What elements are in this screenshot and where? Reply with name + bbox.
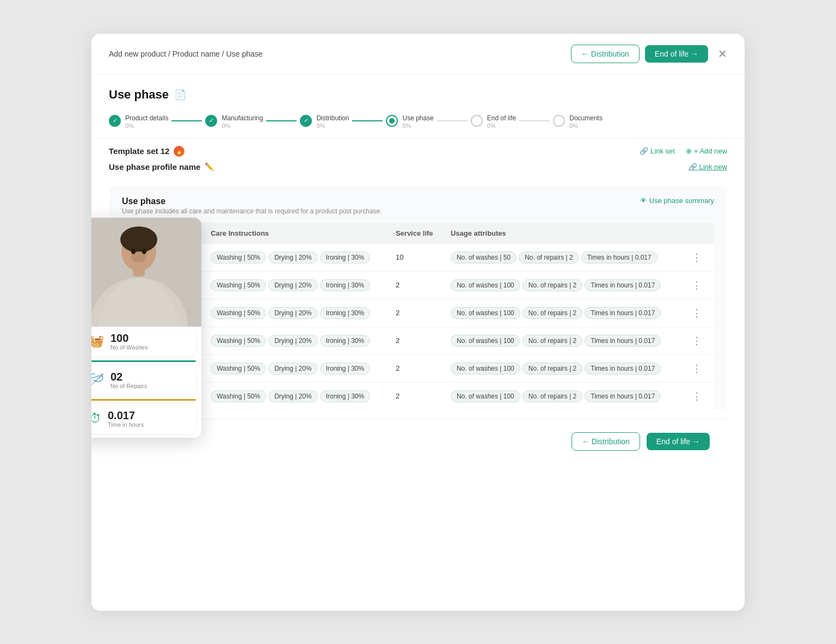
usage-tag: No. of washes | 50 [451, 252, 517, 263]
next-end-of-life-button[interactable]: End of life → [645, 45, 708, 63]
breadcrumb-current: Use phase [226, 50, 263, 58]
care-tag: Drying | 20% [268, 307, 317, 319]
step-label-text-use-phase: Use phase [402, 114, 433, 122]
hours-label: Time in hours [108, 421, 144, 428]
step-label-documents: Documents 0% [569, 113, 603, 129]
usage-tag: No. of repairs | 2 [522, 307, 583, 319]
step-pct-use-phase: 0% [402, 122, 433, 129]
person-illustration [91, 218, 201, 327]
main-content: Use phase Use phase includes all care an… [91, 177, 745, 481]
col-usage: Usage attributes [443, 223, 681, 244]
svg-point-7 [142, 249, 146, 254]
col-care: Care Instructions [203, 223, 388, 244]
step-use-phase[interactable]: Use phase 0% [386, 113, 433, 129]
close-button[interactable]: ✕ [718, 47, 727, 60]
step-circle-use-phase [386, 115, 398, 127]
usage-tag: No. of washes | 100 [451, 307, 520, 319]
care-tag: Drying | 20% [268, 363, 317, 375]
step-circle-product-details [109, 115, 121, 127]
breadcrumb-prefix: Add new product / [109, 50, 173, 58]
usage-tag: No. of washes | 100 [451, 335, 520, 347]
breadcrumb-product: Product name [173, 50, 220, 58]
stats-repairs: 🪡 02 No of Repairs [91, 365, 196, 395]
col-service-life: Service life [388, 223, 443, 244]
more-button-1[interactable]: ⋮ [689, 278, 705, 292]
usage-tag: No. of repairs | 2 [522, 279, 583, 291]
step-pct-documents: 0% [569, 122, 603, 129]
care-tag: Ironing | 30% [320, 363, 371, 375]
more-button-2[interactable]: ⋮ [689, 306, 705, 320]
usage-tag: Times in hours | 0.017 [585, 390, 661, 402]
connector-4 [437, 120, 468, 121]
connector-3 [352, 120, 383, 121]
step-label-manufacturing: Manufacturing 0% [222, 113, 263, 129]
step-circle-manufacturing [205, 115, 217, 127]
more-button-3[interactable]: ⋮ [689, 334, 705, 348]
profile-name-text: Use phase profile name [109, 162, 200, 171]
link-new-label: 🔗 Link new [689, 163, 727, 171]
hours-value: 0.017 [108, 409, 144, 421]
profile-name-row: Use phase profile name ✏️ 🔗 Link new [91, 157, 745, 177]
stats-washes: 🧺 100 No of Washes [91, 327, 196, 356]
connector-5 [519, 120, 550, 121]
use-phase-summary-button[interactable]: 👁 Use phase summary [640, 197, 714, 205]
cell-care-0: Washing | 50%Drying | 20%Ironing | 30% [203, 244, 388, 272]
top-bar: Add new product / Product name / Use pha… [91, 34, 745, 75]
more-button-5[interactable]: ⋮ [689, 389, 705, 403]
step-manufacturing[interactable]: Manufacturing 0% [205, 113, 263, 129]
svg-point-6 [131, 249, 136, 254]
cell-usage-5: No. of washes | 100No. of repairs | 2Tim… [443, 382, 681, 410]
add-new-button[interactable]: ⊕ + Add new [686, 147, 727, 155]
step-pct-product-details: 0% [125, 122, 168, 129]
cell-usage-2: No. of washes | 100No. of repairs | 2Tim… [443, 299, 681, 327]
usage-tag: Times in hours | 0.017 [585, 335, 661, 347]
stepper: Product details 0% Manufacturing 0% [109, 113, 727, 129]
bottom-back-label: ← Distribution [582, 437, 630, 446]
step-distribution[interactable]: Distribution 0% [300, 113, 349, 129]
edit-icon[interactable]: ✏️ [205, 162, 214, 171]
step-documents[interactable]: Documents 0% [553, 113, 603, 129]
document-icon: 📄 [174, 89, 186, 101]
cell-more-4: ⋮ [681, 354, 714, 382]
link-new-button[interactable]: 🔗 Link new [689, 163, 727, 171]
step-circle-end-of-life [471, 115, 483, 127]
page-title: Use phase [109, 88, 169, 102]
bottom-next-button[interactable]: End of life → [647, 433, 710, 450]
step-product-details[interactable]: Product details 0% [109, 113, 168, 129]
repairs-info: 02 No of Repairs [110, 371, 147, 389]
product-card: 🧺 100 No of Washes 🪡 02 No of Repairs ⏱ … [91, 218, 201, 438]
more-button-4[interactable]: ⋮ [689, 361, 705, 376]
use-phase-header: Use phase Use phase includes all care an… [122, 197, 714, 215]
svg-point-3 [120, 226, 157, 253]
cell-more-1: ⋮ [681, 271, 714, 299]
profile-name: Use phase profile name ✏️ [109, 162, 214, 171]
cell-service-life-5: 2 [388, 382, 443, 410]
connector-1 [171, 120, 202, 121]
add-icon: ⊕ [686, 147, 692, 155]
step-end-of-life[interactable]: End of life 0% [471, 113, 516, 129]
step-pct-manufacturing: 0% [222, 122, 263, 129]
bottom-back-button[interactable]: ← Distribution [571, 432, 640, 451]
cell-care-2: Washing | 50%Drying | 20%Ironing | 30% [203, 299, 388, 327]
page-title-row: Use phase 📄 [109, 88, 727, 102]
template-actions: 🔗 Link set ⊕ + Add new [640, 147, 727, 155]
step-pct-distribution: 0% [316, 122, 349, 129]
more-button-0[interactable]: ⋮ [689, 250, 705, 265]
care-tag: Drying | 20% [268, 252, 317, 263]
care-tag: Ironing | 30% [320, 279, 371, 291]
repairs-label: No of Repairs [110, 383, 147, 389]
breadcrumb-separator: / [220, 50, 226, 58]
cell-usage-3: No. of washes | 100No. of repairs | 2Tim… [443, 327, 681, 354]
back-distribution-button[interactable]: ← Distribution [571, 45, 640, 63]
link-set-button[interactable]: 🔗 Link set [640, 147, 675, 155]
washes-bar [91, 360, 196, 362]
main-card: Add new product / Product name / Use pha… [91, 34, 745, 611]
repairs-bar [91, 399, 196, 401]
link-icon: 🔗 [640, 147, 648, 155]
table-row: Washing | 50%Drying | 20%Ironing | 30%2N… [122, 382, 714, 410]
step-circle-documents [553, 115, 565, 127]
cell-more-0: ⋮ [681, 244, 714, 272]
cell-care-1: Washing | 50%Drying | 20%Ironing | 30% [203, 271, 388, 299]
progress-section: Use phase 📄 Product details 0% [91, 75, 745, 138]
usage-tag: Times in hours | 0.017 [581, 252, 657, 263]
